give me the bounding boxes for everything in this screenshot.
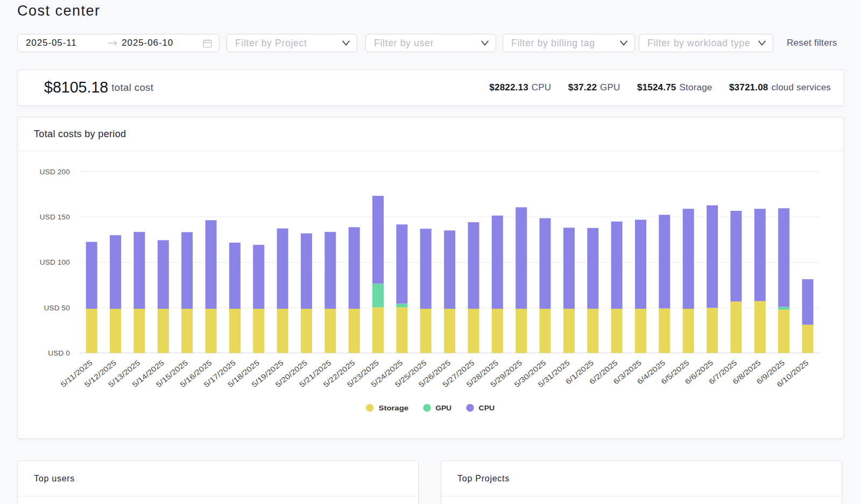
- svg-text:USD 150: USD 150: [40, 213, 70, 221]
- svg-text:USD 0: USD 0: [48, 349, 70, 357]
- svg-text:USD 100: USD 100: [40, 258, 70, 266]
- svg-text:USD 200: USD 200: [40, 168, 70, 176]
- svg-text:USD 50: USD 50: [44, 304, 70, 312]
- svg-text:Storage: Storage: [379, 404, 409, 412]
- svg-text:CPU: CPU: [479, 404, 495, 412]
- svg-text:GPU: GPU: [435, 404, 451, 412]
